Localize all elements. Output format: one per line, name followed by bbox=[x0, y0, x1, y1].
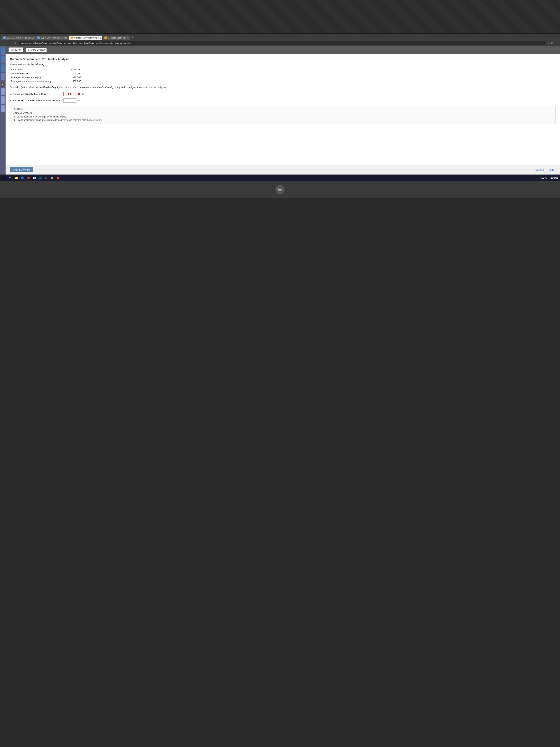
previous-label: Previous bbox=[534, 169, 544, 171]
taskbar-app-5[interactable]: 🎵 bbox=[44, 176, 48, 180]
tab-icon-cengage-learning: ★ bbox=[104, 36, 107, 39]
data-row-avg-equity: Average stockholders' equity 976,563 bbox=[11, 76, 556, 79]
hp-logo: hp bbox=[275, 185, 285, 194]
taskbar-app-4[interactable]: 🌐 bbox=[38, 176, 42, 180]
toolbar: 📖 eBook ▶ Show Me How bbox=[5, 46, 560, 54]
answer-input-b[interactable] bbox=[63, 98, 76, 103]
back-button[interactable]: ← bbox=[3, 41, 7, 45]
address-bar[interactable]: ngagenow.com/ilm/takeAssignment/takeAssi… bbox=[18, 41, 546, 45]
taskbar: ⊞ 🔍 📁 🔵 📌 📧 🌐 🎵 🔒 ❌ 3:00 PM 4/11/2022 bbox=[0, 175, 560, 181]
section-title: Common Stockholders' Profitability Analy… bbox=[10, 57, 556, 60]
tab-icon-cengage-now: ★ bbox=[71, 36, 73, 39]
data-row-avg-common-equity: Average common stockholders' equity 588,… bbox=[11, 80, 556, 83]
taskbar-time: 3:00 PM bbox=[540, 177, 547, 179]
address-bar-row: ← → ↻ ngagenow.com/ilm/takeAssignment/ta… bbox=[1, 40, 559, 46]
tab-label-2: D2L 7-1 Problem Set: Module Se... bbox=[41, 37, 69, 39]
keyboard-area bbox=[0, 198, 560, 213]
search-taskbar-icon[interactable]: 🔍 bbox=[8, 176, 12, 180]
tab-cengage-learning[interactable]: ★ Cengage Learning ✕ bbox=[103, 35, 130, 40]
browser-container: D D2L 7-2 Project: Company Accou... ✕ D … bbox=[0, 33, 560, 181]
tab-icon-d2l-2: D bbox=[37, 36, 39, 39]
tab-bar: D D2L 7-2 Project: Company Accou... ✕ D … bbox=[1, 35, 559, 40]
answer-row-b: b. Return on Common Stockholders' Equity… bbox=[10, 98, 556, 103]
main-area: 📖 eBook ▶ Show Me How Common Stockholder… bbox=[5, 46, 560, 175]
bottom-bar: Check My Work ‹ Previous Next › bbox=[5, 165, 560, 175]
tab-d2l-1[interactable]: D D2L 7-2 Project: Company Accou... ✕ bbox=[1, 35, 35, 40]
taskbar-app-3[interactable]: 📧 bbox=[32, 176, 36, 180]
forward-button[interactable]: → bbox=[8, 41, 12, 45]
new-tab-button[interactable]: + bbox=[130, 35, 135, 40]
reload-button[interactable]: ↻ bbox=[14, 41, 17, 45]
tab-close-4[interactable]: ✕ bbox=[127, 37, 128, 39]
next-button[interactable]: Next › bbox=[546, 168, 556, 172]
tab-cengage-now[interactable]: ★ CengageNOWv2 | Online tea... ✕ bbox=[69, 35, 102, 40]
feedback-item-a: a. Divide net income by average stockhol… bbox=[13, 115, 553, 118]
menu-icon[interactable]: ⋯ bbox=[555, 42, 557, 45]
section-subtitle: A company reports the following: bbox=[10, 63, 556, 66]
laptop-bottom: hp bbox=[0, 181, 560, 198]
tab-label-4: Cengage Learning bbox=[108, 37, 125, 39]
sidebar-collapse-button[interactable]: < bbox=[1, 82, 5, 87]
sidebar-tab-1[interactable] bbox=[1, 47, 5, 55]
sidebar-tab-2[interactable] bbox=[1, 56, 5, 63]
tab-label-3: CengageNOWv2 | Online tea... bbox=[74, 37, 102, 39]
check-my-work-label: ✓ Check My Work bbox=[13, 112, 553, 114]
sidebar-tab-7[interactable] bbox=[1, 105, 5, 112]
star-icon[interactable]: ☆ bbox=[548, 42, 550, 45]
show-me-how-button[interactable]: ▶ Show Me How bbox=[26, 48, 47, 52]
file-explorer-icon[interactable]: 📁 bbox=[14, 176, 19, 180]
ebook-button[interactable]: 📖 eBook bbox=[8, 47, 23, 52]
ebook-label: eBook bbox=[15, 49, 21, 51]
wrong-icon-a: ✕ bbox=[78, 92, 80, 96]
tab-d2l-2[interactable]: D D2L 7-1 Problem Set: Module Se... ✕ bbox=[35, 35, 69, 40]
taskbar-date: 4/11/2022 bbox=[550, 177, 558, 179]
feedback-section: Feedback ✓ Check My Work a. Divide net i… bbox=[10, 106, 556, 124]
browser-chrome: D D2L 7-2 Project: Company Accou... ✕ D … bbox=[0, 34, 560, 46]
extension-icon[interactable]: ⊕ bbox=[551, 42, 553, 45]
data-label-net-income: Net income bbox=[11, 68, 62, 71]
tab-label-1: D2L 7-2 Project: Company Accou... bbox=[7, 37, 35, 39]
taskbar-app-6[interactable]: 🔒 bbox=[50, 176, 54, 180]
answer-row-a: a. Return on Stockholders' Equity ✕ % bbox=[10, 92, 556, 96]
data-value-avg-common-equity: 588,235 bbox=[62, 80, 81, 83]
question-text: Determine (a) the return on stockholders… bbox=[10, 85, 556, 89]
chevron-left-icon: ‹ bbox=[532, 169, 533, 171]
data-value-preferred-dividends: 5,000 bbox=[62, 72, 81, 75]
content-with-sidebar: < 📖 eBook ▶ Show Me How bbox=[0, 46, 560, 175]
answer-input-a[interactable] bbox=[63, 92, 76, 96]
percent-a: % bbox=[82, 93, 84, 96]
data-row-net-income: Net income $125,000 bbox=[11, 68, 556, 71]
answer-label-a: a. Return on Stockholders' Equity bbox=[10, 93, 62, 96]
sidebar-tab-3[interactable] bbox=[1, 65, 5, 72]
data-label-avg-common-equity: Average common stockholders' equity bbox=[11, 80, 62, 83]
data-row-preferred-dividends: Preferred dividends 5,000 bbox=[11, 72, 556, 75]
percent-b: % bbox=[78, 99, 80, 102]
check-my-work-button[interactable]: Check My Work bbox=[10, 167, 33, 172]
feedback-title: Feedback bbox=[13, 108, 553, 110]
taskbar-app-1[interactable]: 🔵 bbox=[20, 176, 24, 180]
video-icon: ▶ bbox=[28, 49, 29, 51]
taskbar-app-2[interactable]: 📌 bbox=[26, 176, 30, 180]
start-button[interactable]: ⊞ bbox=[2, 176, 7, 180]
data-label-avg-equity: Average stockholders' equity bbox=[11, 76, 62, 79]
sidebar-tab-4[interactable] bbox=[1, 73, 5, 80]
answer-label-b: b. Return on Common Stockholders' Equity bbox=[10, 99, 62, 102]
show-me-how-label: Show Me How bbox=[30, 49, 45, 51]
taskbar-app-7[interactable]: ❌ bbox=[56, 176, 60, 180]
book-icon: 📖 bbox=[10, 48, 14, 51]
taskbar-left: ⊞ 🔍 📁 🔵 📌 📧 🌐 🎵 🔒 ❌ bbox=[2, 176, 60, 180]
sidebar-tab-6[interactable] bbox=[1, 96, 5, 104]
taskbar-right: 3:00 PM 4/11/2022 bbox=[540, 177, 558, 179]
left-sidebar: < bbox=[0, 46, 5, 175]
page-wrapper: < 📖 eBook ▶ Show Me How bbox=[0, 46, 560, 175]
laptop-top-decoration bbox=[0, 0, 560, 33]
data-value-net-income: $125,000 bbox=[62, 68, 81, 71]
data-label-preferred-dividends: Preferred dividends bbox=[11, 72, 62, 75]
chevron-right-icon: › bbox=[553, 169, 554, 171]
tab-icon-d2l-1: D bbox=[3, 36, 6, 39]
sidebar-tab-5[interactable] bbox=[1, 88, 5, 95]
browser-icons: ☆ ⊕ ⋯ bbox=[548, 42, 557, 45]
previous-button[interactable]: ‹ Previous bbox=[531, 168, 545, 172]
next-label: Next bbox=[548, 169, 553, 171]
main-content: Common Stockholders' Profitability Analy… bbox=[5, 54, 560, 165]
